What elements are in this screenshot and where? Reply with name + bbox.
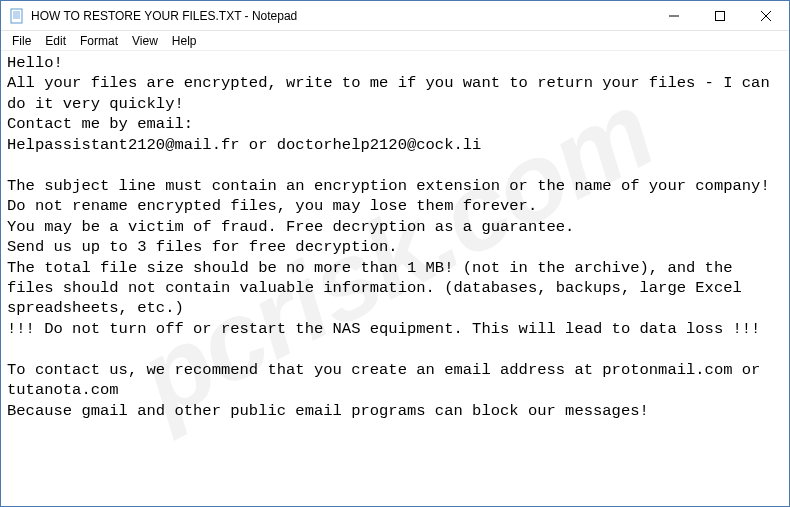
menu-view[interactable]: View xyxy=(125,33,165,49)
menubar: File Edit Format View Help xyxy=(1,31,789,51)
menu-format[interactable]: Format xyxy=(73,33,125,49)
minimize-button[interactable] xyxy=(651,1,697,30)
maximize-button[interactable] xyxy=(697,1,743,30)
window-title: HOW TO RESTORE YOUR FILES.TXT - Notepad xyxy=(31,9,651,23)
close-button[interactable] xyxy=(743,1,789,30)
notepad-icon xyxy=(9,8,25,24)
menu-edit[interactable]: Edit xyxy=(38,33,73,49)
text-area[interactable]: Hello! All your files are encrypted, wri… xyxy=(1,51,789,506)
window-controls xyxy=(651,1,789,30)
titlebar[interactable]: HOW TO RESTORE YOUR FILES.TXT - Notepad xyxy=(1,1,789,31)
svg-rect-6 xyxy=(716,11,725,20)
notepad-window: HOW TO RESTORE YOUR FILES.TXT - Notepad … xyxy=(0,0,790,507)
menu-help[interactable]: Help xyxy=(165,33,204,49)
menu-file[interactable]: File xyxy=(5,33,38,49)
